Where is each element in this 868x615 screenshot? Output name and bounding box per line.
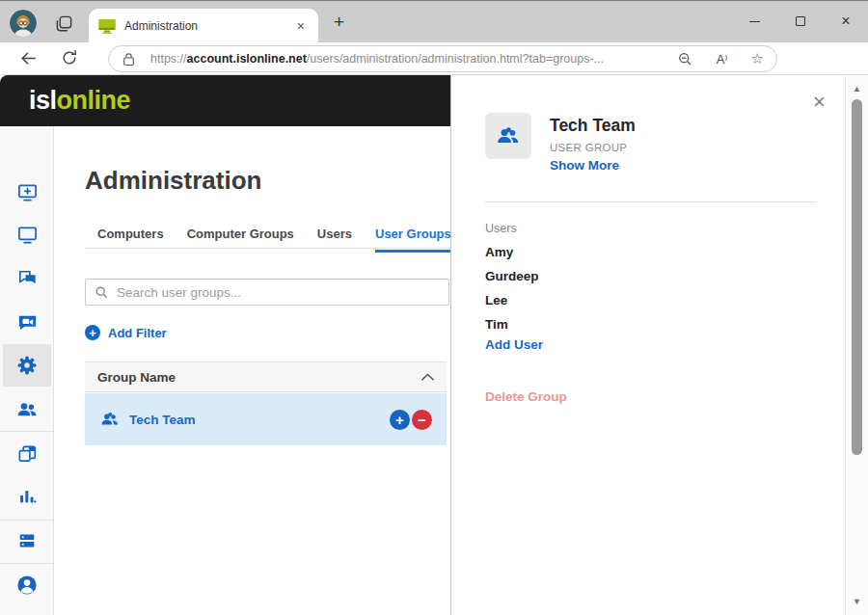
show-more-link[interactable]: Show More [550,158,619,173]
url-path: /users/administration/administration.htm… [307,52,604,66]
row-actions: + − [390,410,432,430]
search-input[interactable] [117,285,406,300]
group-row-name[interactable]: Tech Team [129,413,196,427]
sidebar-item-computers[interactable] [0,213,54,255]
add-filter-label: Add Filter [108,326,167,340]
workspaces-icon[interactable] [54,13,74,38]
maximize-icon [796,16,805,26]
scroll-up-icon[interactable]: ▲ [846,84,868,94]
table-row-tech-team[interactable]: Tech Team + − [85,393,447,445]
layers-icon [16,442,39,465]
search-icon [95,285,109,300]
gear-icon [15,354,39,377]
row-remove-group-button[interactable]: − [412,410,432,430]
group-table-header[interactable]: Group Name [85,361,447,392]
read-aloud-icon[interactable]: A⁾ [717,52,728,67]
profile-avatar[interactable] [10,10,37,37]
panel-group-avatar [485,113,531,159]
sidebar-item-settings[interactable] [3,344,51,387]
search-user-groups-box [85,279,449,306]
server-icon [16,530,38,551]
tab-favicon-icon [98,19,116,34]
url-prefix: https:// [150,52,187,66]
panel-close-icon[interactable]: × [813,92,826,113]
zoom-out-icon[interactable] [677,51,693,67]
address-bar-icons: A⁾ ☆ [677,50,764,67]
sidebar-item-reports[interactable] [0,475,54,518]
url-text: https://account.islonline.net/users/admi… [150,52,667,66]
bar-chart-icon [16,486,38,507]
panel-group-type: USER GROUP [550,142,627,153]
islonline-logo[interactable]: islonline [29,86,130,116]
browser-tab-administration[interactable]: Administration × [89,9,318,43]
tab-close-icon[interactable]: × [293,18,309,34]
sidebar-divider [0,431,54,432]
favorite-star-icon[interactable]: ☆ [751,50,764,67]
tabs-divider [85,248,450,249]
group-name-column-header: Group Name [97,370,176,385]
panel-divider [485,201,816,202]
window-maximize-button[interactable] [778,1,823,41]
user-group-icon [495,122,522,149]
scrollbar-thumb[interactable] [852,99,862,455]
close-icon: × [841,13,850,29]
page-title: Administration [85,166,261,196]
sidebar-divider [0,520,54,521]
side-nav [0,126,54,615]
logo-online: online [57,86,131,115]
sidebar-item-video-chat[interactable] [0,301,54,343]
sidebar-item-sessions-history[interactable] [0,432,54,474]
user-list-item[interactable]: Gurdeep [485,269,539,283]
app-header: islonline [0,75,450,126]
tab-title: Administration [124,19,293,33]
user-list-item[interactable]: Lee [485,293,507,308]
row-add-user-button[interactable]: + [390,410,410,430]
browser-titlebar: Administration × + × [0,0,868,42]
lock-icon [122,51,136,67]
add-filter-button[interactable]: + Add Filter [85,325,167,340]
monitor-icon [16,224,39,246]
window-minimize-button[interactable] [732,1,776,41]
panel-group-title: Tech Team [550,116,636,136]
new-tab-button[interactable]: + [334,12,344,33]
user-list-item[interactable]: Amy [485,245,513,259]
sidebar-item-licenses[interactable] [0,520,54,562]
delete-group-link[interactable]: Delete Group [485,389,567,404]
window-close-button[interactable]: × [824,1,868,41]
url-domain: account.islonline.net [187,52,307,66]
account-icon [15,574,39,597]
plus-circle-icon: + [85,325,100,340]
people-icon [15,398,39,421]
sidebar-item-account[interactable] [0,564,54,606]
panel-scrollbar[interactable]: ▲ ▼ [845,76,868,615]
users-section-label: Users [485,222,517,235]
back-button[interactable] [19,49,38,71]
add-user-link[interactable]: Add User [485,337,543,352]
sidebar-item-chat[interactable] [0,256,54,299]
address-bar[interactable]: https://account.islonline.net/users/admi… [108,45,777,72]
user-group-icon [99,409,121,430]
scroll-down-icon[interactable]: ▼ [846,597,868,606]
chat-icon [16,267,39,289]
sidebar-item-join-session[interactable] [0,171,54,213]
avatar-image [10,10,37,37]
sidebar-item-users[interactable] [0,388,54,431]
browser-navbar: https://account.islonline.net/users/admi… [0,42,868,75]
refresh-button[interactable] [61,49,78,70]
minimize-icon [749,21,760,22]
monitor-plus-icon [16,181,39,203]
browser-window: Administration × + × https://account.isl… [0,0,868,615]
sidebar-divider [0,563,54,564]
logo-isl: isl [29,86,57,115]
chevron-up-icon[interactable] [421,373,434,381]
user-list-item[interactable]: Tim [485,317,508,332]
video-chat-icon [16,311,39,334]
